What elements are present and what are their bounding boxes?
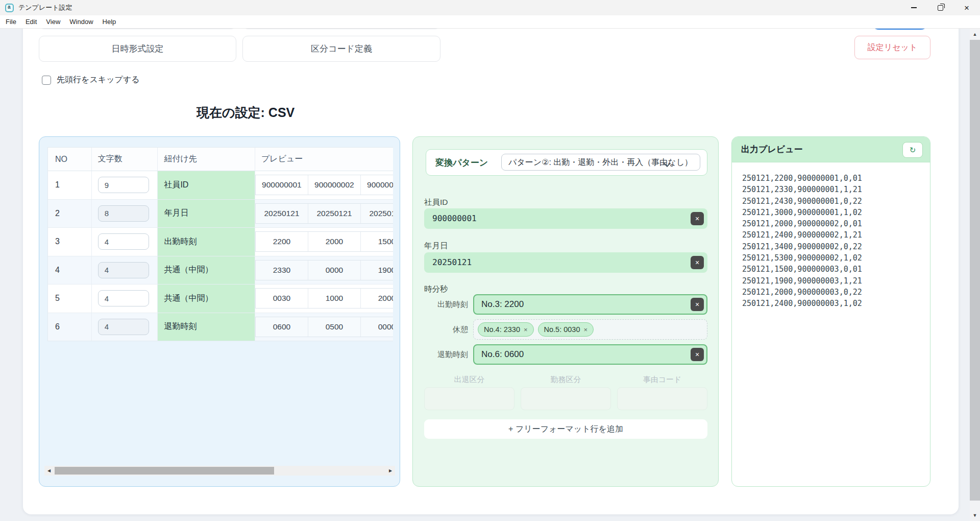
clear-date-button[interactable]: ×	[691, 256, 704, 269]
minimize-button[interactable]	[900, 0, 927, 15]
output-line: 250121,2430,900000001,0,22	[742, 196, 926, 207]
title-bar: テンプレート設定 ×	[0, 0, 980, 15]
scroll-right-icon[interactable]: ▶	[386, 466, 395, 476]
scroll-left-icon[interactable]: ◀	[44, 466, 54, 476]
settings-reset-button[interactable]: 設定リセット	[854, 36, 930, 59]
close-icon: ×	[964, 4, 969, 12]
output-line: 250121,2400,900000002,1,21	[742, 229, 926, 241]
refresh-icon: ↻	[910, 146, 916, 155]
add-free-format-row-button[interactable]: + フリーフォーマット行を追加	[424, 419, 707, 439]
row-number: 2	[48, 200, 92, 228]
target-cell[interactable]: 共通（中間）	[158, 256, 255, 285]
output-line: 250121,3400,900000002,0,22	[742, 241, 926, 252]
skip-first-row-option: 先頭行をスキップする	[42, 75, 140, 85]
clock-out-label: 退勤時刻	[413, 344, 468, 365]
clipped-primary-button[interactable]	[870, 29, 929, 30]
row-number: 5	[48, 285, 92, 313]
preview-strip: 060005000000	[255, 317, 393, 337]
length-input[interactable]	[98, 233, 149, 250]
output-line: 250121,3000,900000001,1,02	[742, 207, 926, 218]
restore-button[interactable]	[927, 0, 953, 15]
menu-help[interactable]: Help	[98, 15, 121, 28]
length-input[interactable]	[98, 290, 149, 306]
table-row: 4共通（中間）233000001900	[48, 256, 393, 285]
close-button[interactable]: ×	[953, 0, 980, 15]
disabled-field-box	[424, 387, 514, 410]
preview-value: 900000003	[361, 175, 393, 195]
menu-view[interactable]: View	[41, 15, 65, 28]
preview-value: 1500	[361, 232, 393, 251]
disabled-field-label: 出退区分	[424, 375, 514, 383]
target-cell[interactable]: 年月日	[158, 200, 255, 228]
menu-window[interactable]: Window	[65, 15, 97, 28]
pattern-select[interactable]: パターン②: 出勤・退勤・外出・再入（事由なし）	[501, 154, 700, 171]
break-chip[interactable]: No.5: 0030×	[538, 322, 594, 337]
preview-cell: 220020001500	[255, 228, 393, 256]
skip-first-row-checkbox[interactable]	[42, 76, 51, 85]
disabled-field-column: 事由コード	[617, 375, 707, 410]
clock-out-field[interactable]: No.6: 0600 ×	[473, 344, 707, 365]
preview-value: 2330	[256, 260, 308, 280]
scroll-down-icon[interactable]: ▼	[970, 511, 980, 520]
output-line: 250121,2330,900000001,1,21	[742, 184, 926, 195]
disabled-field-label: 事由コード	[617, 375, 707, 383]
length-input[interactable]	[98, 319, 149, 335]
menu-file[interactable]: File	[1, 15, 21, 28]
date-field[interactable]: 20250121 ×	[424, 252, 707, 273]
length-cell	[92, 285, 158, 313]
length-input[interactable]	[98, 205, 149, 222]
break-chip[interactable]: No.4: 2330×	[478, 322, 534, 337]
clear-employee-id-button[interactable]: ×	[691, 212, 704, 225]
output-line: 250121,2400,900000003,1,02	[742, 298, 926, 309]
length-input[interactable]	[98, 177, 149, 193]
time-section-label: 時分秒	[424, 284, 448, 295]
length-cell	[92, 256, 158, 285]
scroll-up-icon[interactable]: ▲	[970, 30, 980, 39]
target-cell[interactable]: 退勤時刻	[158, 313, 255, 341]
break-drop-area[interactable]: No.4: 2330×No.5: 0030×	[473, 319, 707, 340]
menu-edit[interactable]: Edit	[21, 15, 41, 28]
output-line: 250121,2000,900000002,0,01	[742, 218, 926, 229]
target-cell[interactable]: 出勤時刻	[158, 228, 255, 256]
date-value: 20250121	[432, 257, 472, 267]
vertical-scrollbar[interactable]: ▲ ▼	[970, 29, 980, 521]
break-chip-label: No.4: 2330	[484, 325, 520, 334]
target-cell[interactable]: 社員ID	[158, 171, 255, 199]
horizontal-scrollbar-thumb[interactable]	[55, 467, 274, 475]
length-cell	[92, 200, 158, 228]
mapping-panel: NO 文字数 紐付け先 プレビュー 1社員ID90000000190000000…	[39, 136, 400, 487]
preview-value: 0600	[256, 317, 308, 337]
clipped-button-right[interactable]	[242, 29, 440, 29]
clear-clock-out-button[interactable]: ×	[691, 348, 704, 361]
length-input[interactable]	[98, 262, 149, 278]
disabled-field-column: 勤務区分	[521, 375, 611, 410]
app-window: テンプレート設定 × FileEditViewWindowHelp 日時形式設定…	[0, 0, 980, 521]
preview-strip: 900000001900000002900000003	[255, 175, 393, 195]
remove-chip-icon[interactable]: ×	[584, 326, 588, 334]
preview-value: 1900	[361, 260, 393, 280]
pattern-select-box: 変換パターン パターン②: 出勤・退勤・外出・再入（事由なし）	[426, 149, 707, 176]
employee-id-label: 社員ID	[424, 197, 448, 208]
horizontal-scrollbar[interactable]: ◀ ▶	[44, 466, 395, 476]
employee-id-field[interactable]: 900000001 ×	[424, 208, 707, 229]
output-line: 250121,5300,900000002,1,02	[742, 252, 926, 264]
preview-strip: 003010002000	[255, 288, 393, 309]
column-header-preview: プレビュー	[255, 148, 393, 171]
category-code-button[interactable]: 区分コード定義	[242, 36, 440, 62]
remove-chip-icon[interactable]: ×	[524, 326, 528, 334]
clear-clock-in-button[interactable]: ×	[691, 298, 704, 311]
preview-cell: 202501212025012120250121	[255, 200, 393, 228]
disabled-field-label: 勤務区分	[521, 375, 611, 383]
vertical-scrollbar-thumb[interactable]	[970, 40, 980, 501]
row-number: 4	[48, 256, 92, 285]
preview-strip: 220020001500	[255, 231, 393, 252]
preview-value: 20250121	[361, 204, 393, 223]
clock-in-field[interactable]: No.3: 2200 ×	[473, 294, 707, 315]
target-cell[interactable]: 共通（中間）	[158, 285, 255, 313]
preview-cell: 233000001900	[255, 256, 393, 285]
clock-in-value: No.3: 2200	[481, 299, 524, 309]
refresh-button[interactable]: ↻	[902, 142, 923, 158]
datetime-format-button[interactable]: 日時形式設定	[39, 36, 236, 62]
app-logo-icon	[5, 4, 14, 12]
clipped-button-left[interactable]	[39, 29, 236, 29]
